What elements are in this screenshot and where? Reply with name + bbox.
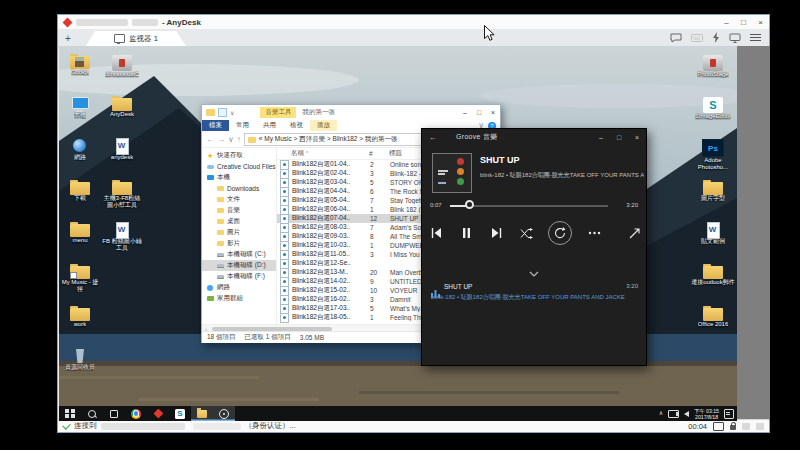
desktop-icon-simageeditor[interactable]: SImageEditor <box>691 96 735 138</box>
explorer-maximize-button[interactable]: □ <box>472 105 486 119</box>
taskbar-explorer-button[interactable] <box>191 406 213 421</box>
desktop-icon-anydesk-doc[interactable]: anydesk <box>101 138 143 180</box>
desktop-icon-gudkjs[interactable]: Gudkjs <box>61 54 99 96</box>
groove-close-button[interactable]: × <box>628 129 646 145</box>
actions-lightning-icon[interactable] <box>712 32 720 43</box>
groove-titlebar[interactable]: ← Groove 音樂 – □ × <box>422 129 646 145</box>
maximize-button[interactable]: □ <box>735 15 752 29</box>
groove-maximize-button[interactable]: □ <box>610 129 628 145</box>
nav-pane-item[interactable]: Downloads <box>202 183 276 194</box>
desktop-icon-office-2016[interactable]: Office 2016 <box>691 306 735 348</box>
explorer-minimize-button[interactable]: – <box>458 105 472 119</box>
nav-pane-item[interactable]: Creative Cloud Files <box>202 161 276 172</box>
up-icon[interactable]: ↑ <box>237 135 241 144</box>
nav-pane-item[interactable]: 網路 <box>202 282 276 293</box>
desktop-icon-outlook-mail[interactable]: 連接outlook郵件 <box>691 264 735 306</box>
desktop-icon-fb-tool[interactable]: FB 粉絲圖小鋪工具 <box>101 222 143 264</box>
ribbon-tab[interactable]: 常用 <box>229 120 256 131</box>
nav-pane-item[interactable]: 本機磁碟 (F:) <box>202 271 276 282</box>
shuffle-icon[interactable] <box>518 222 534 244</box>
collapse-queue-icon[interactable] <box>422 263 646 281</box>
seek-thumb[interactable] <box>465 200 474 209</box>
desktop-icon-image-fonts[interactable]: 圖片字型 <box>691 180 735 222</box>
scrollbar-thumb[interactable] <box>212 327 332 331</box>
nav-pane-item[interactable]: 本機 <box>202 172 276 183</box>
nav-pane-item[interactable]: 快速存取 <box>202 150 276 161</box>
groove-minimize-button[interactable]: – <box>592 129 610 145</box>
desktop-icon-label: Adobe Photosho... <box>691 157 735 171</box>
status-monitor-icon[interactable] <box>713 422 724 431</box>
nav-pane-item[interactable]: 圖片 <box>202 227 276 238</box>
desktop-icon-this-pc[interactable]: 本機 <box>61 96 99 138</box>
previous-track-icon[interactable] <box>428 222 444 244</box>
desktop-icon-my-music[interactable]: My Music - 捷徑 <box>61 264 99 306</box>
nav-pane-item[interactable]: 文件 <box>202 194 276 205</box>
desktop-icon-downloads[interactable]: 下載 <box>61 180 99 222</box>
explorer-close-button[interactable]: × <box>486 105 500 119</box>
desktop-icon-menu[interactable]: menu <box>61 222 99 264</box>
tray-clock[interactable]: 下午 03:15 2017/8/18 <box>694 408 719 420</box>
back-icon[interactable]: ← <box>206 135 214 144</box>
desktop-icon-network[interactable]: 網路 <box>61 138 99 180</box>
action-center-icon[interactable] <box>724 409 734 419</box>
desktop-icon-anydesk-folder[interactable]: AnyDesk <box>101 96 143 138</box>
status-lock-icon[interactable] <box>730 425 736 430</box>
taskbar-search-button[interactable] <box>81 406 103 421</box>
nav-pane-item[interactable]: 家用群組 <box>202 293 276 304</box>
more-options-icon[interactable] <box>586 222 602 244</box>
desktop-icon-shortcut-app[interactable]: dilreasasiatC <box>101 54 143 96</box>
desktop-icon-work[interactable]: work <box>61 306 99 348</box>
column-header-name[interactable]: 名稱^ <box>277 149 369 158</box>
nav-pane-item[interactable]: 本機磁碟 (C:) <box>202 249 276 260</box>
recent-dropdown-icon[interactable]: ∨ <box>228 135 234 144</box>
nav-item-label: 快速存取 <box>217 151 243 160</box>
tray-volume-icon[interactable] <box>684 411 689 417</box>
nav-item-icon <box>217 218 224 225</box>
quick-access-toolbar-icon[interactable] <box>218 108 227 117</box>
nav-pane-item[interactable]: 桌面 <box>202 216 276 227</box>
desktop-icon-host-tool[interactable]: 主機3-F8粉絲圖小幫工具 <box>101 180 143 222</box>
queue-song-title[interactable]: SHUT UP <box>444 283 472 290</box>
taskbar-chrome-button[interactable] <box>125 406 147 421</box>
keyboard-icon[interactable] <box>691 34 703 42</box>
nav-pane-item[interactable]: 本機磁碟 (D:) <box>202 260 276 271</box>
back-icon[interactable]: ← <box>422 133 444 142</box>
nav-pane-item[interactable]: 音樂 <box>202 205 276 216</box>
ribbon-tab[interactable]: 播放 <box>310 120 337 131</box>
desktop-icon-recycle-bin[interactable]: 資源回收筒 <box>61 348 99 390</box>
ribbon-tab[interactable]: 檢視 <box>283 120 310 131</box>
queue-song-detail[interactable]: blink-182 • 眨眼182合唱團-脫光光TAKE OFF YOUR PA… <box>431 293 638 302</box>
taskbar-anydesk-button[interactable] <box>147 406 169 421</box>
ribbon-tab[interactable]: 共用 <box>256 120 283 131</box>
taskbar-start-button[interactable] <box>59 406 81 421</box>
column-header-number[interactable]: # <box>369 150 389 157</box>
menu-icon[interactable] <box>750 33 761 42</box>
expand-now-playing-icon[interactable] <box>629 225 640 243</box>
minimize-button[interactable]: – <box>718 15 735 29</box>
taskbar-s-app-button[interactable] <box>169 406 191 421</box>
show-hidden-icons-chevron[interactable]: ∧ <box>659 409 663 416</box>
qat-customize-icon[interactable]: ∨ <box>230 109 234 116</box>
close-button[interactable]: × <box>752 15 769 29</box>
repeat-icon[interactable] <box>548 221 572 245</box>
explorer-titlebar[interactable]: ∨ 音樂工具 我的第一張 – □ × <box>202 105 500 119</box>
desktop-icon-photoshop[interactable]: Adobe Photosho... <box>691 138 735 180</box>
taskbar-taskview-button[interactable] <box>103 406 125 421</box>
tab-monitor-1[interactable]: 监视器 1 <box>86 31 186 46</box>
anydesk-titlebar[interactable]: - AnyDesk – □ × <box>58 15 769 30</box>
pause-icon[interactable] <box>458 222 474 244</box>
nav-pane-item[interactable]: 影片 <box>202 238 276 249</box>
desktop-icon-post-sample[interactable]: 貼文範例 <box>691 222 735 264</box>
desktop-icon-photostage[interactable]: PhotoStage <box>691 54 735 96</box>
remote-desktop-view[interactable]: Gudkjs 本機 網路 下載 menu My Music - 捷徑 <box>59 46 737 421</box>
desktop-icons-left-col2: dilreasasiatC AnyDesk anydesk 主機3-F8粉絲圖小… <box>101 54 143 264</box>
next-track-icon[interactable] <box>488 222 504 244</box>
breadcrumb[interactable]: « My Music > 西洋音樂 > Blink182 > 我的第一張 <box>259 135 398 144</box>
new-tab-button[interactable]: + <box>58 31 78 46</box>
display-settings-icon[interactable] <box>729 33 741 43</box>
chat-icon[interactable] <box>670 33 682 43</box>
forward-icon[interactable]: → <box>217 135 225 144</box>
taskbar-groove-button[interactable] <box>213 406 235 421</box>
ribbon-tab[interactable]: 檔案 <box>202 120 229 131</box>
file-name: Blink182自選17-03.. <box>292 304 370 313</box>
